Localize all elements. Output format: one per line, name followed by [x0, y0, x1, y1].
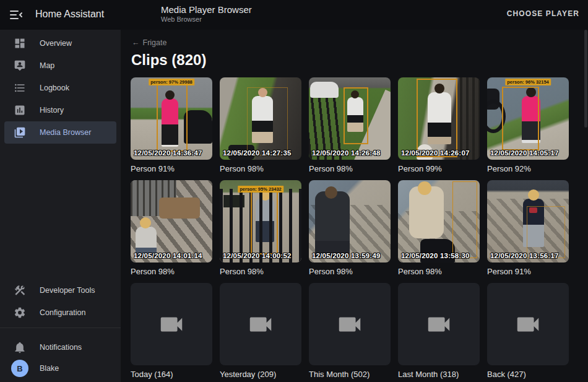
media-browser-content: ←Frigate Clips (820) person: 97% 29988 1…: [121, 30, 588, 382]
sidebar-item-logbook[interactable]: Logbook: [4, 77, 116, 99]
clip-item[interactable]: 12/05/2020 14:01:14 Person 98%: [131, 180, 212, 276]
folder-thumbnail[interactable]: [220, 283, 301, 365]
hammer-icon: [14, 284, 26, 297]
sidebar-item-configuration[interactable]: Configuration: [4, 302, 116, 324]
folder-thumbnail[interactable]: [487, 283, 569, 365]
clip-timestamp-overlay: 12/05/2020 14:27:35: [223, 149, 292, 157]
clip-caption: Person 99%: [398, 164, 480, 173]
video-camera-icon: [335, 310, 364, 339]
clip-timestamp-overlay: 12/05/2020 13:56:17: [490, 252, 559, 259]
person-figure: [409, 186, 444, 238]
tooltip-account-icon: [14, 59, 26, 72]
folder-thumbnail[interactable]: [398, 283, 480, 365]
detection-bounding-box: [157, 80, 188, 152]
sidebar-item-user-profile[interactable]: B Blake: [4, 357, 116, 380]
gear-icon: [14, 306, 26, 319]
sidebar-item-label: History: [40, 106, 64, 115]
clip-item[interactable]: person: 96% 32154 12/05/2020 14:05:17 Pe…: [487, 77, 569, 173]
clip-item[interactable]: person: 95% 23432 12/05/2020 14:00:52 Pe…: [220, 180, 301, 276]
detection-bounding-box: [527, 206, 565, 258]
page-header: Media Player Browser Web Browser: [161, 4, 252, 24]
folder-caption: Last Month (318): [398, 370, 480, 379]
clip-item[interactable]: 12/05/2020 13:56:17 Person 91%: [487, 180, 569, 276]
clip-thumbnail[interactable]: person: 96% 32154 12/05/2020 14:05:17: [487, 77, 569, 160]
back-arrow-icon: ←: [132, 38, 140, 47]
detection-bounding-box: [417, 79, 457, 157]
sidebar-item-overview[interactable]: Overview: [4, 32, 116, 54]
top-app-bar: Home Assistant Media Player Browser Web …: [0, 0, 588, 30]
choose-player-button[interactable]: CHOOSE PLAYER: [507, 9, 579, 18]
clip-item[interactable]: 12/05/2020 14:26:48 Person 98%: [309, 77, 391, 173]
clip-item[interactable]: 12/05/2020 13:59:49 Person 98%: [309, 180, 391, 276]
detection-bounding-box: [344, 87, 368, 144]
clip-thumbnail[interactable]: 12/05/2020 14:26:48: [309, 77, 391, 160]
folder-item[interactable]: Today (164): [131, 283, 212, 379]
folder-item[interactable]: This Month (502): [309, 283, 391, 379]
detection-bounding-box: [452, 181, 477, 258]
detection-bounding-box: [502, 87, 539, 150]
sidebar-item-developer-tools[interactable]: Developer Tools: [4, 279, 116, 302]
folder-thumbnail[interactable]: [309, 283, 391, 365]
view-dashboard-icon: [14, 37, 26, 50]
clip-item[interactable]: 12/05/2020 13:58:30 Person 98%: [398, 180, 480, 276]
scene-object: [184, 110, 212, 144]
video-camera-icon: [425, 310, 453, 339]
clip-thumbnail[interactable]: 12/05/2020 14:27:35: [220, 77, 301, 160]
sidebar-item-notifications[interactable]: Notifications: [4, 336, 116, 358]
sidebar-item-label: Media Browser: [40, 128, 91, 137]
clip-timestamp-overlay: 12/05/2020 14:00:52: [223, 252, 292, 259]
clip-thumbnail[interactable]: person: 97% 29988 12/05/2020 14:36:47: [131, 77, 212, 160]
scene-object: [159, 198, 200, 219]
sidebar-item-label: Configuration: [40, 308, 85, 317]
clip-caption: Person 98%: [131, 267, 212, 276]
scene-object: [310, 82, 339, 98]
folder-item[interactable]: Yesterday (209): [220, 283, 301, 379]
clip-thumbnail[interactable]: 12/05/2020 13:59:49: [309, 180, 391, 263]
folder-caption: This Month (502): [309, 370, 391, 379]
clips-section-title: Clips (820): [131, 51, 588, 69]
clip-item[interactable]: person: 97% 29988 12/05/2020 14:36:47 Pe…: [131, 77, 212, 173]
sidebar-item-history[interactable]: History: [4, 99, 116, 121]
folder-item[interactable]: Last Month (318): [398, 283, 480, 379]
bell-icon: [14, 341, 26, 354]
sidebar: Overview Map Logbook History Media Brows…: [0, 30, 121, 382]
scene-texture: [460, 77, 480, 160]
clip-caption: Person 98%: [398, 267, 480, 276]
clip-timestamp-overlay: 12/05/2020 13:58:30: [401, 252, 470, 259]
clip-thumbnail[interactable]: person: 95% 23432 12/05/2020 14:00:52: [220, 180, 301, 263]
clip-caption: Person 91%: [131, 164, 212, 173]
clip-thumbnail[interactable]: 12/05/2020 13:56:17: [487, 180, 569, 263]
folder-thumbnail[interactable]: [131, 283, 212, 365]
sidebar-item-label: Map: [40, 61, 54, 70]
clip-caption: Person 91%: [487, 267, 569, 276]
clip-caption: Person 98%: [220, 164, 301, 173]
clip-thumbnail[interactable]: 12/05/2020 14:26:07: [398, 77, 480, 160]
clip-caption: Person 98%: [220, 267, 301, 276]
clip-thumbnail[interactable]: 12/05/2020 14:01:14: [131, 180, 212, 263]
sidebar-toggle-icon[interactable]: [9, 7, 24, 22]
detection-label: person: 96% 32154: [505, 79, 551, 85]
page-title: Media Player Browser: [161, 4, 252, 15]
clip-caption: Person 92%: [487, 164, 569, 173]
clip-item[interactable]: 12/05/2020 14:27:35 Person 98%: [220, 77, 301, 173]
media-grid: person: 97% 29988 12/05/2020 14:36:47 Pe…: [131, 77, 569, 379]
folder-item[interactable]: Back (427): [487, 283, 569, 379]
breadcrumb-label: Frigate: [143, 38, 167, 47]
sidebar-item-map[interactable]: Map: [4, 54, 116, 77]
detection-bounding-box: [251, 190, 278, 254]
clip-timestamp-overlay: 12/05/2020 14:36:47: [134, 149, 202, 157]
video-camera-icon: [514, 310, 542, 339]
clip-timestamp-overlay: 12/05/2020 14:01:14: [134, 252, 202, 259]
breadcrumb-back-frigate[interactable]: ←Frigate: [132, 38, 166, 47]
folder-caption: Back (427): [487, 370, 569, 379]
scrollbar-thumb[interactable]: [584, 30, 587, 128]
clip-item[interactable]: 12/05/2020 14:26:07 Person 99%: [398, 77, 480, 173]
detection-label: person: 95% 23432: [238, 186, 283, 193]
user-name-label: Blake: [40, 364, 59, 373]
play-box-multiple-icon: [14, 126, 26, 139]
folder-caption: Yesterday (209): [220, 370, 301, 379]
sidebar-item-media-browser[interactable]: Media Browser: [4, 121, 116, 144]
page-subtitle: Web Browser: [161, 15, 252, 24]
clip-thumbnail[interactable]: 12/05/2020 13:58:30: [398, 180, 480, 263]
video-camera-icon: [157, 310, 186, 339]
